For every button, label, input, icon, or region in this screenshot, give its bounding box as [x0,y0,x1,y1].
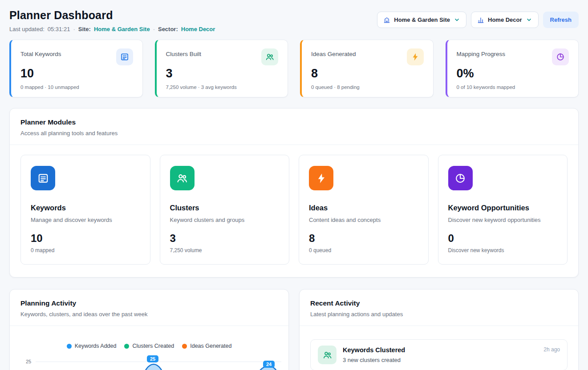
bar-chart-icon [477,16,484,24]
data-point-label: 25 [147,355,158,362]
stat-label: Mapping Progress [457,48,506,57]
refresh-button[interactable]: Refresh [543,12,579,28]
header-actions: Home & Garden Site Home Decor Refresh [377,12,579,28]
activity-item-timestamp: 2h ago [543,346,560,353]
module-value: 3 [170,232,280,245]
chevron-down-icon [454,16,460,23]
module-title: Keywords [31,204,140,212]
site-selector-dropdown[interactable]: Home & Garden Site [377,12,466,28]
page-header: Planner Dashboard Last updated: 05:31:21… [9,9,579,32]
users-icon [318,346,337,364]
activity-item-description: 3 new clusters created [343,357,537,363]
users-icon [170,166,195,190]
stat-detail: 0 queued · 8 pending [311,84,424,90]
page-title: Planner Dashboard [9,9,215,22]
header-meta: Last updated: 05:31:21 · Site: Home & Ga… [9,26,215,32]
stat-detail: 0 of 10 keywords mapped [457,84,569,90]
planning-activity-panel: Planning Activity Keywords, clusters, an… [9,289,289,370]
planning-activity-header: Planning Activity Keywords, clusters, an… [10,290,288,326]
panel-title: Planning Activity [20,299,278,307]
legend-item-ideas-generated: Ideas Generated [182,343,231,349]
module-description: Discover new keyword opportunities [448,217,558,223]
panel-subtitle: Access all planning tools and features [20,130,568,137]
site-label: Site: [78,26,91,32]
site-selector-value: Home & Garden Site [394,16,450,23]
stat-card-ideas-generated: Ideas Generated 8 0 queued · 8 pending [300,40,434,97]
recent-activity-header: Recent Activity Latest planning actions … [300,290,578,326]
stat-card-total-keywords: Total Keywords 10 0 mapped · 10 unmapped [9,40,143,97]
stat-value: 3 [166,67,279,80]
stat-detail: 7,250 volume · 3 avg keywords [166,84,279,90]
activity-item-body: Keywords Clustered 3 new clusters create… [343,346,537,363]
stat-value: 8 [311,67,424,80]
module-card-clusters[interactable]: Clusters Keyword clusters and groups 3 7… [160,155,290,265]
bolt-icon [407,48,424,65]
legend-dot [67,344,72,349]
stat-label: Total Keywords [20,48,61,57]
document-icon [116,48,133,65]
stat-card-clusters-built: Clusters Built 3 7,250 volume · 3 avg ke… [155,40,288,97]
pie-chart-icon [552,48,569,65]
last-updated-label: Last updated: [9,26,45,32]
stat-label: Ideas Generated [311,48,356,57]
stats-row: Total Keywords 10 0 mapped · 10 unmapped… [9,40,579,97]
last-updated-value: 05:31:21 [48,26,70,32]
planner-dashboard-page: Planner Dashboard Last updated: 05:31:21… [0,0,588,370]
y-axis-tick: 25 [26,359,31,364]
building-icon [383,16,390,24]
module-title: Ideas [309,204,418,212]
legend-item-keywords-added: Keywords Added [67,343,117,349]
sector-selector-dropdown[interactable]: Home Decor [471,12,539,28]
activity-chart: 25 25 24 [10,353,288,370]
module-description: Keyword clusters and groups [170,217,280,223]
pie-chart-icon [448,166,473,190]
area-series-keywords-added [36,353,281,370]
panel-title: Recent Activity [310,299,568,307]
bolt-icon [309,166,333,190]
sector-label: Sector: [158,26,178,32]
chevron-down-icon [526,16,532,23]
stat-detail: 0 mapped · 10 unmapped [20,84,133,90]
activity-list-item: Keywords Clustered 3 new clusters create… [310,339,568,370]
legend-label: Keywords Added [75,343,117,349]
stat-card-mapping-progress: Mapping Progress 0% 0 of 10 keywords map… [446,40,579,97]
bottom-row: Planning Activity Keywords, clusters, an… [9,289,579,370]
module-detail: Discover new keywords [448,247,558,253]
planner-modules-header: Planner Modules Access all planning tool… [10,109,578,145]
module-card-keywords[interactable]: Keywords Manage and discover keywords 10… [20,155,150,265]
activity-item-title: Keywords Clustered [343,346,537,354]
module-value: 0 [448,232,558,245]
module-card-keyword-opportunities[interactable]: Keyword Opportunities Discover new keywo… [438,155,568,265]
sector-selector-value: Home Decor [488,16,522,23]
data-point-label: 24 [263,361,275,368]
planner-modules-panel: Planner Modules Access all planning tool… [9,108,579,278]
module-detail: 0 mapped [31,247,140,253]
module-title: Clusters [170,204,280,212]
module-value: 10 [31,232,140,245]
stat-value: 0% [457,67,569,80]
legend-dot [182,344,187,349]
meta-separator: · [73,26,75,32]
chart-legend: Keywords Added Clusters Created Ideas Ge… [10,343,288,349]
panel-title: Planner Modules [20,118,568,126]
users-icon [261,48,278,65]
stat-label: Clusters Built [166,48,202,57]
sector-value: Home Decor [181,26,215,32]
module-description: Content ideas and concepts [309,217,418,223]
module-description: Manage and discover keywords [31,217,140,223]
legend-label: Clusters Created [132,343,174,349]
site-value: Home & Garden Site [94,26,150,32]
module-detail: 0 queued [309,247,418,253]
legend-label: Ideas Generated [190,343,231,349]
header-left: Planner Dashboard Last updated: 05:31:21… [9,9,215,32]
module-card-ideas[interactable]: Ideas Content ideas and concepts 8 0 que… [299,155,429,265]
modules-grid: Keywords Manage and discover keywords 10… [10,145,578,277]
module-title: Keyword Opportunities [448,204,558,212]
panel-subtitle: Keywords, clusters, and ideas over the p… [20,311,278,318]
document-icon [31,166,55,190]
recent-activity-panel: Recent Activity Latest planning actions … [299,289,579,370]
meta-separator: · [153,26,155,32]
module-detail: 7,250 volume [170,247,280,253]
panel-subtitle: Latest planning actions and updates [310,311,568,318]
legend-item-clusters-created: Clusters Created [124,343,174,349]
